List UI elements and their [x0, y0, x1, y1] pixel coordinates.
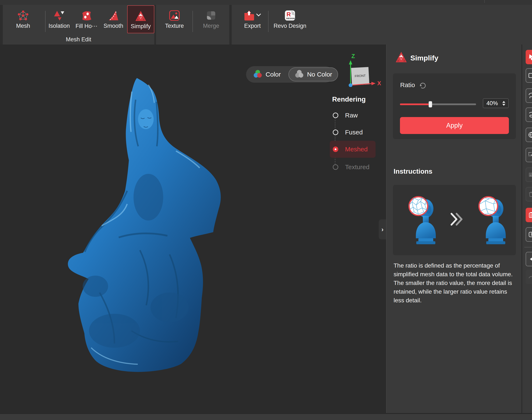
toolbar-separator [268, 11, 268, 32]
spinner-up-icon[interactable] [502, 101, 505, 103]
gizmo-x-label: X [377, 80, 381, 87]
rect-select-icon [528, 72, 532, 79]
radio-icon [333, 164, 338, 170]
title-band [0, 0, 532, 5]
tool-fill-holes[interactable]: Fill Ho⋯ [73, 5, 100, 33]
rendering-option-textured: Textured [330, 161, 376, 173]
marquee-arrow-button[interactable] [526, 148, 532, 162]
rendering-option-raw[interactable]: Raw [330, 109, 376, 121]
titlebar-divider [484, 0, 485, 3]
tool-export[interactable]: Export [236, 5, 269, 33]
isolation-icon [54, 10, 65, 21]
ribbon-group-export: Export R DESIGN Revo Design [232, 5, 532, 45]
strip-separator [524, 247, 532, 247]
lasso-icon [528, 92, 532, 99]
ratio-slider[interactable] [400, 104, 476, 105]
image-button [526, 167, 532, 182]
spinner-down-icon[interactable] [502, 104, 505, 106]
rendering-option-meshed[interactable]: Meshed [330, 141, 376, 158]
instructions-text: The ratio is defined as the percentage o… [394, 261, 514, 305]
smooth-icon [108, 10, 119, 21]
clipboard-button[interactable] [526, 208, 532, 222]
tool-texture[interactable]: Texture [161, 5, 188, 33]
redo-button [526, 270, 532, 284]
mesh-icon [18, 10, 29, 21]
gizmo-origin-dot [349, 83, 353, 87]
radio-icon [333, 130, 338, 135]
tool-label: Fill Ho⋯ [75, 23, 98, 30]
ribbon-group-label: Mesh Edit [3, 36, 154, 43]
info-icon [528, 231, 532, 238]
export-icon [244, 10, 255, 21]
ratio-slider-fill [400, 104, 430, 105]
panel-collapse-tab[interactable]: › [379, 219, 386, 239]
simplify-icon [396, 51, 407, 64]
cursor-tool-icon [528, 53, 532, 61]
tool-label: Revo Design [274, 23, 307, 29]
texture-icon [169, 10, 180, 21]
merge-icon [206, 10, 217, 21]
dense-mesh-circle [408, 197, 429, 215]
tool-mesh[interactable]: Mesh [10, 5, 37, 33]
ratio-value-box[interactable]: 40% [483, 98, 509, 108]
rendering-option-fused[interactable]: Fused [330, 126, 376, 138]
apply-button[interactable]: Apply [400, 117, 509, 134]
right-tool-strip [522, 45, 532, 413]
gray-circles-icon [295, 70, 304, 79]
viewport-3d[interactable]: Color No Color FRONT Z X [0, 45, 386, 413]
rgb-circles-icon [253, 70, 263, 79]
color-mode-color[interactable]: Color [247, 67, 286, 81]
instructions-illustration [393, 185, 516, 255]
tool-label: Mesh [16, 23, 30, 29]
gizmo-z-label: Z [351, 53, 355, 59]
clipboard-icon [528, 211, 532, 219]
trash-button [526, 187, 532, 201]
info-button[interactable] [526, 227, 532, 242]
tool-label: Export [244, 23, 261, 29]
no-color-label: No Color [307, 71, 332, 78]
svg-text:R: R [287, 11, 291, 18]
lasso-select-button[interactable] [526, 89, 532, 103]
ribbon-group-texture: Texture Merge [156, 5, 229, 45]
panel-title: Simplify [410, 54, 438, 62]
color-mode-toggle: Color No Color [246, 66, 333, 83]
curve-lasso-icon [528, 111, 532, 118]
color-mode-no-color[interactable]: No Color [288, 67, 338, 81]
globe-select-icon [528, 131, 532, 138]
marquee-arrow-icon [528, 151, 532, 159]
cursor-tool-button[interactable] [526, 50, 532, 64]
radio-selected-icon [333, 147, 338, 152]
tool-simplify[interactable]: Simplify [127, 5, 154, 33]
ratio-card: Ratio 40% Apply [393, 73, 516, 139]
undo-icon [528, 255, 532, 263]
tool-revo-design[interactable]: R DESIGN Revo Design [271, 5, 309, 33]
tool-label: Texture [165, 23, 184, 29]
statue-model[interactable] [0, 45, 233, 413]
ribbon-toolbar: Mesh Isolation Fill Ho⋯ [0, 5, 532, 45]
refresh-icon[interactable] [419, 82, 427, 90]
ratio-value: 40% [483, 100, 501, 107]
gizmo-front-label: FRONT [355, 74, 366, 78]
ratio-spinner[interactable] [501, 101, 507, 106]
tool-merge: Merge [198, 5, 225, 33]
svg-text:DESIGN: DESIGN [286, 17, 295, 19]
revo-design-icon: R DESIGN [284, 10, 296, 21]
ratio-slider-handle[interactable] [429, 101, 432, 107]
sparse-mesh-circle [478, 197, 499, 215]
tool-label: Isolation [48, 23, 70, 29]
simplify-icon [135, 10, 146, 21]
undo-button[interactable] [526, 252, 532, 266]
double-chevron-icon [451, 214, 462, 225]
rect-select-button[interactable] [526, 68, 532, 83]
curve-lasso-button[interactable] [526, 107, 532, 122]
redo-icon [528, 273, 532, 281]
tool-smooth[interactable]: Smooth [100, 5, 127, 33]
image-icon [528, 171, 532, 178]
tool-label: Simplify [131, 23, 151, 30]
tool-isolation[interactable]: Isolation [45, 5, 73, 33]
chevron-down-icon [256, 13, 261, 18]
radio-icon [333, 113, 338, 118]
globe-select-button[interactable] [526, 128, 532, 142]
rendering-title: Rendering [332, 95, 366, 103]
orientation-cube[interactable]: FRONT Z X [341, 49, 384, 87]
